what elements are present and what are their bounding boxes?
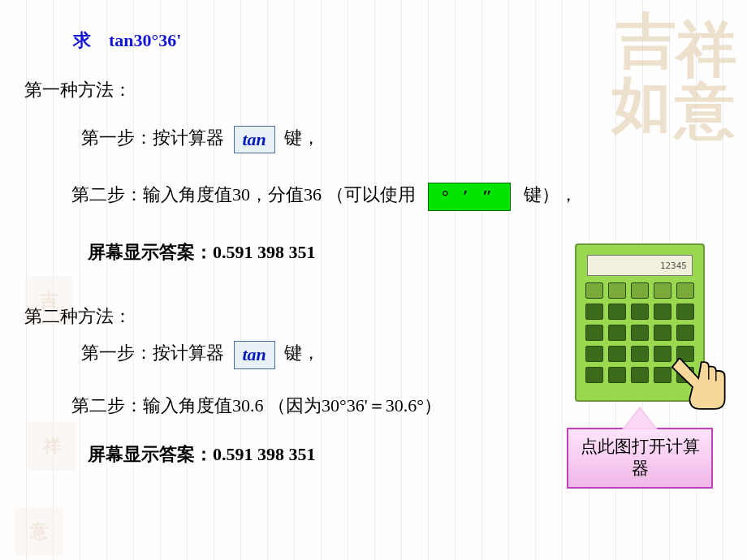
callout-arrow-icon <box>622 407 658 429</box>
pointing-hand-icon <box>656 342 729 415</box>
calculator-icon: 12345 <box>575 243 705 402</box>
step-text: 第二步：输入角度值30，分值36 （可以使用 <box>71 185 416 205</box>
step-text: 键， <box>284 127 320 148</box>
problem-title: 求 tan30°36' <box>73 28 723 54</box>
open-calculator-button[interactable]: 12345 点此图打开计算器 <box>559 243 721 489</box>
calculator-screen: 12345 <box>587 255 693 276</box>
step-text: 第一步：按计算器 <box>81 342 224 363</box>
step-text: 键）， <box>524 185 577 205</box>
method1-step1: 第一步：按计算器 tan 键， <box>81 126 723 154</box>
method1-heading: 第一种方法： <box>24 78 723 103</box>
method1-step2: 第二步：输入角度值30，分值36 （可以使用 ° ′ ″ 键）， <box>71 183 723 211</box>
callout-label: 点此图打开计算器 <box>567 428 713 489</box>
step-text: 第一步：按计算器 <box>81 127 224 148</box>
step-text: 键， <box>284 342 320 363</box>
tan-key: tan <box>234 341 275 369</box>
dms-key: ° ′ ″ <box>428 183 511 211</box>
tan-key: tan <box>234 126 275 154</box>
